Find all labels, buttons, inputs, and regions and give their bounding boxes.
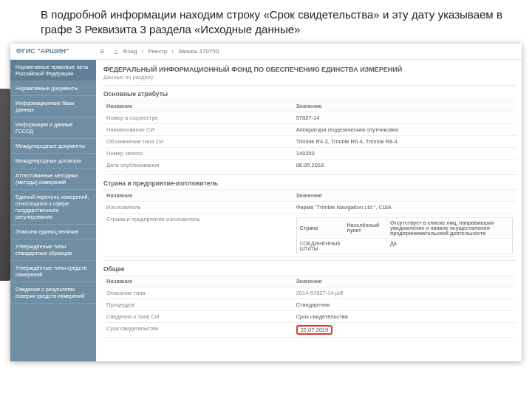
table-row: Описание типа2014-57827-14.pdf	[103, 287, 516, 299]
table-row: Номер в госреестре57827-14	[103, 112, 516, 123]
sub-col-city: Населённый пункт	[344, 217, 386, 238]
sidebar-item[interactable]: Информационные базы данных	[10, 96, 96, 117]
sidebar-item-label: Утверждённые типы стандартных образцов	[16, 243, 72, 256]
sidebar-item-label: Международные договоры	[16, 157, 81, 164]
hamburger-icon[interactable]: ≡	[96, 47, 108, 55]
table-row: Наименование СИАппаратура геодезическая …	[103, 123, 516, 135]
page-subtitle: Данные по разделу	[103, 74, 516, 81]
pdf-link[interactable]: 2014-57827-14.pdf	[296, 290, 343, 296]
sidebar-item[interactable]: Единый перечень измерений, относящихся к…	[10, 190, 96, 225]
maker-subtable: Страна Населённый пункт Отсутствует в сп…	[296, 217, 513, 254]
table-row-highlighted: Срок свидетельства22.07.2019	[103, 322, 516, 337]
cert-date-highlight: 22.07.2019	[296, 325, 333, 335]
breadcrumb-item[interactable]: Фонд	[123, 48, 137, 55]
table-row: Страна и предприятие-изготовитель Страна…	[103, 213, 516, 256]
table-row: Обозначение типа СИTrimble R4-3, Trimble…	[103, 135, 516, 147]
content-area: ФЕДЕРАЛЬНЫЙ ИНФОРМАЦИОННЫЙ ФОНД ПО ОБЕСП…	[96, 60, 522, 361]
col-value: Значение	[293, 275, 516, 287]
col-name: Название	[103, 275, 293, 287]
page-side-tab	[0, 89, 10, 281]
sidebar-item[interactable]: Сведения о результатах поверки средств и…	[10, 282, 96, 304]
embedded-screenshot: ФГИС "АРШИН" ≡ ⌂ Фонд › Реестр › Запись …	[10, 44, 522, 361]
col-name: Название	[103, 100, 293, 112]
section-maker: Страна и предприятие-изготовитель	[103, 180, 516, 187]
sidebar-item-label: Сведения о результатах поверки средств и…	[16, 286, 84, 299]
sidebar-item[interactable]: Утверждённые типы средств измерений	[10, 261, 96, 282]
sidebar-item-label: Эталоны единиц величин	[16, 228, 78, 235]
breadcrumb-item[interactable]: Реестр	[148, 48, 167, 55]
sidebar-item-label: Международные документы	[16, 143, 85, 149]
table-row: Сведения о типе СИСрок свидетельства	[103, 310, 516, 322]
section-main-attrs: Основные атрибуты	[103, 90, 516, 98]
sidebar-item-label: Единый перечень измерений, относящихся к…	[16, 194, 89, 220]
table-row: ПроцедураСтандартная	[103, 299, 516, 310]
col-value: Значение	[293, 189, 516, 201]
top-bar: ФГИС "АРШИН" ≡ ⌂ Фонд › Реестр › Запись …	[10, 44, 522, 60]
sidebar-item[interactable]: Международные договоры	[10, 154, 96, 168]
main-attrs-table: НазваниеЗначение Номер в госреестре57827…	[103, 100, 516, 171]
sidebar-item-label: Нормативные документы	[16, 85, 78, 92]
sidebar-item-label: Информационные базы данных	[16, 100, 75, 113]
instruction-text: В подробной информации находим строку «С…	[0, 0, 532, 44]
maker-table: НазваниеЗначение ИзготовительФирма "Trim…	[103, 189, 516, 257]
sidebar-item[interactable]: Нормативные правовые акты Российской Фед…	[10, 60, 96, 81]
home-icon[interactable]: ⌂	[114, 47, 118, 55]
sub-col-country: Страна	[296, 217, 344, 238]
sidebar-item[interactable]: Эталоны единиц величин	[10, 225, 96, 239]
col-value: Значение	[293, 100, 516, 112]
sidebar-item-label: Информация и данные ГСССД	[16, 121, 72, 134]
sidebar-item-label: Утверждённые типы средств измерений	[16, 265, 86, 278]
sidebar-item[interactable]: Утверждённые типы стандартных образцов	[10, 239, 96, 261]
sidebar: Нормативные правовые акты Российской Фед…	[10, 60, 96, 361]
breadcrumb-item: Запись 370750	[178, 48, 219, 55]
app-brand: ФГИС "АРШИН"	[10, 47, 96, 55]
section-general: Общее	[103, 265, 516, 273]
sidebar-item-label: Аттестованные методики (методы) измерени…	[16, 172, 78, 185]
sidebar-item-label: Нормативные правовые акты Российской Фед…	[16, 64, 89, 77]
sidebar-item[interactable]: Информация и данные ГСССД	[10, 117, 96, 139]
page-title: ФЕДЕРАЛЬНЫЙ ИНФОРМАЦИОННЫЙ ФОНД ПО ОБЕСП…	[103, 66, 516, 73]
sidebar-item[interactable]: Аттестованные методики (методы) измерени…	[10, 168, 96, 190]
col-name: Название	[103, 189, 293, 201]
sidebar-item[interactable]: Нормативные документы	[10, 81, 96, 96]
sub-col-absent: Отсутствует в списке лиц, направивших ув…	[387, 217, 513, 238]
table-row: Дата опубликования08.05.2018	[103, 159, 516, 171]
breadcrumb: ⌂ Фонд › Реестр › Запись 370750	[108, 47, 219, 55]
table-row: ИзготовительФирма "Trimble Navigation Lt…	[103, 201, 516, 213]
sidebar-item[interactable]: Международные документы	[10, 139, 96, 154]
general-table: НазваниеЗначение Описание типа2014-57827…	[103, 275, 516, 338]
table-row: Номер записи148350	[103, 147, 516, 159]
